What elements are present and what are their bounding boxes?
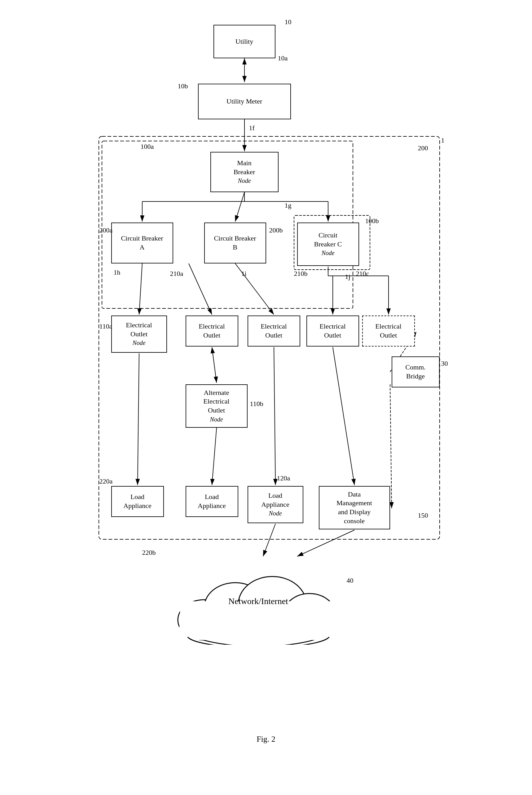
electrical-outlet-2-box: ElectricalOutlet <box>248 316 300 346</box>
electrical-outlet-3-box: ElectricalOutlet <box>306 316 359 346</box>
ref-10a: 10a <box>278 54 288 62</box>
alternate-outlet-node-label: AlternateElectricalOutletNode <box>203 389 229 424</box>
ref-100b: 100b <box>365 217 379 225</box>
circuit-breaker-c-label: CircuitBreaker CNode <box>314 231 342 258</box>
svg-line-7 <box>235 192 245 222</box>
load-appliance-node-label: LoadApplianceNode <box>261 491 289 518</box>
circuit-breaker-b-box: Circuit BreakerB <box>204 223 266 263</box>
ref-210b: 210b <box>294 270 308 278</box>
svg-line-19 <box>137 353 139 485</box>
ref-1h: 1h <box>114 268 120 277</box>
svg-line-10 <box>139 263 142 315</box>
svg-line-26 <box>263 524 276 556</box>
main-breaker-label: MainBreakerNode <box>234 159 255 185</box>
svg-line-25 <box>297 530 355 556</box>
ref-220a: 220a <box>99 477 113 485</box>
load-appliance-node-box: LoadApplianceNode <box>248 486 303 523</box>
data-management-box: DataManagementand Displayconsole <box>319 486 390 529</box>
ref-150: 150 <box>418 511 428 519</box>
ref-200a: 200a <box>99 226 113 234</box>
ref-1j: 1j <box>345 273 350 281</box>
svg-line-24 <box>390 384 392 508</box>
ref-100a: 100a <box>141 143 154 151</box>
ref-110b: 110b <box>250 400 263 408</box>
ref-10: 10 <box>285 18 291 26</box>
network-label: Network/Internet <box>228 596 288 606</box>
data-management-label: DataManagementand Displayconsole <box>337 490 372 525</box>
electrical-outlet-node-label: ElectricalOutletNode <box>126 321 152 347</box>
utility-box: Utility <box>213 25 276 58</box>
page: 10 Utility 10a 10b Utility Meter 1f 1 10… <box>49 13 483 744</box>
svg-line-21 <box>274 347 276 485</box>
ref-200: 200 <box>418 144 428 152</box>
svg-line-11 <box>189 263 212 315</box>
ref-1i: 1i <box>241 270 247 278</box>
ref-1: 1 <box>441 136 444 145</box>
ref-220b: 220b <box>142 549 156 557</box>
svg-rect-37 <box>180 601 337 637</box>
ref-210a: 210a <box>170 270 184 278</box>
circuit-breaker-b-label: Circuit BreakerB <box>214 234 256 252</box>
ref-120a: 120a <box>277 474 290 482</box>
utility-label: Utility <box>235 37 253 46</box>
svg-line-20 <box>212 428 216 485</box>
ref-40: 40 <box>347 576 354 585</box>
circuit-breaker-a-label: Circuit BreakerA <box>121 234 163 252</box>
load-appliance-1-label: LoadAppliance <box>123 492 151 510</box>
electrical-outlet-2-label: ElectricalOutlet <box>261 322 287 340</box>
electrical-outlet-4-label: ElectricalOutlet <box>375 322 401 340</box>
ref-30: 30 <box>441 360 448 367</box>
ref-110a: 110a <box>99 322 112 330</box>
electrical-outlet-node-box: ElectricalOutletNode <box>111 316 167 353</box>
svg-line-22 <box>333 347 355 485</box>
diagram: 10 Utility 10a 10b Utility Meter 1f 1 10… <box>80 13 452 725</box>
network-cloud: Network/Internet <box>173 558 344 645</box>
electrical-outlet-1-box: ElectricalOutlet <box>186 316 238 346</box>
comm-bridge-box: Comm.Bridge <box>392 356 440 387</box>
main-breaker-box: MainBreakerNode <box>210 152 279 192</box>
ref-1f: 1f <box>249 124 255 132</box>
ref-10b: 10b <box>178 82 188 90</box>
circuit-breaker-c-box: CircuitBreaker CNode <box>297 223 359 266</box>
ref-1g: 1g <box>285 202 291 209</box>
electrical-outlet-4-box: ElectricalOutlet <box>362 316 415 346</box>
electrical-outlet-3-label: ElectricalOutlet <box>320 322 345 340</box>
circuit-breaker-a-box: Circuit BreakerA <box>111 223 173 263</box>
load-appliance-2-label: LoadAppliance <box>198 492 226 510</box>
electrical-outlet-1-label: ElectricalOutlet <box>198 322 225 340</box>
ref-210c: 210c <box>356 270 369 278</box>
utility-meter-label: Utility Meter <box>227 97 262 106</box>
alternate-outlet-node-box: AlternateElectricalOutletNode <box>186 384 248 428</box>
ref-200b: 200b <box>269 226 283 234</box>
load-appliance-2-box: LoadAppliance <box>186 486 238 517</box>
load-appliance-1-box: LoadAppliance <box>111 486 164 517</box>
svg-line-18 <box>212 347 216 383</box>
comm-bridge-label: Comm.Bridge <box>405 363 425 381</box>
figure-label: Fig. 2 <box>256 735 276 744</box>
utility-meter-box: Utility Meter <box>198 84 291 119</box>
svg-line-12 <box>235 263 274 315</box>
